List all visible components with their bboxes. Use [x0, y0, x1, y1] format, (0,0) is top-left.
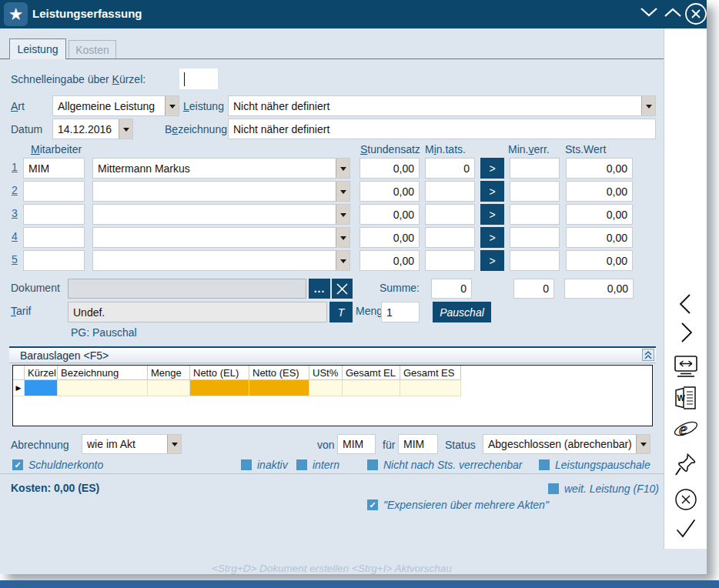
mitarbeiter-select-2[interactable]: [92, 181, 350, 202]
sts-wert-input-2[interactable]: 0,00: [566, 181, 633, 202]
min-tats-input-1[interactable]: 0: [425, 158, 475, 179]
min-tats-input-4[interactable]: [425, 227, 475, 248]
menge-input[interactable]: 1: [381, 302, 420, 322]
close-button[interactable]: [684, 2, 707, 29]
mitarbeiter-select-1[interactable]: Mittermann Markus: [92, 158, 350, 179]
forward-button[interactable]: [676, 321, 696, 347]
kuerzel-input-3[interactable]: [23, 204, 85, 225]
min-verr-input-1[interactable]: [510, 158, 560, 179]
dokument-clear-button[interactable]: [332, 279, 353, 299]
barauslagen-collapse-button[interactable]: [642, 349, 654, 361]
row-number-link[interactable]: 3: [12, 207, 18, 219]
chevron-down-icon[interactable]: [336, 205, 349, 224]
cell-ust[interactable]: [309, 380, 343, 396]
checkbox-nicht-nach-sts[interactable]: Nicht nach Sts. verrechenbar: [367, 459, 523, 471]
stundensatz-input-3[interactable]: 0,00: [360, 204, 420, 225]
pin-button[interactable]: [674, 451, 698, 482]
sts-wert-input-1[interactable]: 0,00: [566, 158, 633, 179]
checkbox-inaktiv[interactable]: inaktiv: [241, 459, 288, 471]
cell-netto-es[interactable]: [249, 380, 309, 396]
checkbox-intern[interactable]: intern: [296, 459, 339, 471]
col-gesamt-es: Gesamt ES: [400, 366, 461, 380]
cell-netto-el[interactable]: [190, 380, 249, 396]
kuerzel-input-1[interactable]: MIM: [23, 158, 85, 179]
min-verr-input-5[interactable]: [510, 250, 560, 271]
min-tats-input-3[interactable]: [425, 204, 475, 225]
row-number-link[interactable]: 5: [12, 253, 18, 266]
kuerzel-input-5[interactable]: [23, 250, 85, 271]
mitarbeiter-select-5[interactable]: [92, 250, 350, 271]
barauslagen-header[interactable]: Barauslagen <F5>: [9, 346, 656, 363]
checkbox-leistungspauschale[interactable]: Leistungspauschale: [539, 459, 650, 471]
chevron-down-icon[interactable]: [336, 159, 349, 178]
transfer-button-4[interactable]: >: [480, 227, 504, 248]
abrechnung-select[interactable]: wie im Akt: [82, 434, 182, 454]
row-number-link[interactable]: 1: [12, 161, 18, 173]
transfer-button-3[interactable]: >: [480, 204, 504, 225]
checkbox-unchecked-icon: [539, 459, 550, 470]
stundensatz-input-2[interactable]: 0,00: [360, 181, 420, 202]
min-verr-input-2[interactable]: [510, 181, 560, 202]
internet-button[interactable]: e: [672, 415, 700, 446]
cell-gesamt-es[interactable]: [400, 380, 461, 396]
word-document-button[interactable]: W: [674, 385, 698, 414]
cell-menge[interactable]: [148, 380, 190, 396]
quick-entry-label: Schnelleingabe über Kürzel:: [11, 73, 145, 85]
sts-wert-input-5[interactable]: 0,00: [566, 250, 633, 271]
tab-leistung[interactable]: Leistung: [9, 38, 66, 59]
sts-wert-input-4[interactable]: 0,00: [566, 227, 633, 248]
checkbox-schuldnerkonto[interactable]: ✓ Schuldnerkonto: [12, 459, 103, 471]
transfer-button-5[interactable]: >: [480, 250, 504, 271]
leistung-select[interactable]: Nicht näher definiert: [228, 95, 656, 116]
cancel-button[interactable]: [674, 487, 698, 515]
quick-entry-input[interactable]: [179, 68, 218, 89]
checkbox-expensieren[interactable]: ✓ "Expensieren über mehrere Akten": [367, 499, 549, 511]
status-select[interactable]: Abgeschlossen (abrechenbar): [483, 434, 650, 454]
bezeichnung-input[interactable]: Nicht näher definiert: [228, 119, 656, 139]
von-input[interactable]: MIM: [337, 434, 376, 454]
min-tats-input-2[interactable]: [425, 181, 475, 202]
confirm-button[interactable]: [673, 516, 699, 544]
cell-bezeichnung[interactable]: [58, 380, 148, 396]
chevron-down-icon[interactable]: [336, 182, 349, 201]
fuer-input[interactable]: MIM: [398, 434, 438, 454]
barauslagen-table[interactable]: Kürzel Bezeichnung Menge Netto (EL) Nett…: [12, 365, 653, 426]
chevron-down-icon[interactable]: [336, 251, 349, 270]
chevron-down-icon[interactable]: [636, 435, 650, 453]
stundensatz-input-5[interactable]: 0,00: [360, 250, 420, 271]
titlebar[interactable]: ★ Leistungserfassung: [0, 0, 707, 28]
pauschal-button[interactable]: Pauschal: [433, 302, 491, 322]
min-verr-input-3[interactable]: [510, 204, 560, 225]
datum-select[interactable]: 14.12.2016: [52, 119, 133, 139]
min-tats-input-5[interactable]: [425, 250, 475, 271]
chevron-down-icon[interactable]: [641, 96, 655, 115]
dokument-browse-button[interactable]: ...: [309, 279, 330, 299]
row-number-link[interactable]: 2: [12, 184, 18, 196]
stundensatz-input-4[interactable]: 0,00: [360, 227, 420, 248]
tab-kosten[interactable]: Kosten: [69, 40, 116, 59]
display-button[interactable]: [672, 355, 700, 382]
barauslagen-row[interactable]: ▶: [13, 380, 652, 396]
cell-kuerzel-selected[interactable]: [25, 380, 58, 396]
minimize-button[interactable]: [639, 6, 659, 22]
tarif-t-button[interactable]: T: [329, 302, 353, 322]
chevron-down-icon[interactable]: [336, 228, 349, 247]
stundensatz-input-1[interactable]: 0,00: [360, 158, 420, 179]
cell-gesamt-el[interactable]: [343, 380, 400, 396]
min-verr-input-4[interactable]: [510, 227, 560, 248]
sts-wert-input-3[interactable]: 0,00: [566, 204, 633, 225]
kuerzel-input-2[interactable]: [23, 181, 85, 202]
chevron-down-icon[interactable]: [165, 96, 179, 115]
checkbox-weit-leistung[interactable]: weit. Leistung (F10): [548, 483, 659, 495]
transfer-button-1[interactable]: >: [480, 158, 504, 179]
transfer-button-2[interactable]: >: [480, 181, 504, 202]
chevron-down-icon[interactable]: [119, 119, 132, 139]
maximize-button[interactable]: [663, 6, 683, 22]
mitarbeiter-select-3[interactable]: [92, 204, 350, 225]
chevron-down-icon[interactable]: [167, 435, 181, 453]
art-select[interactable]: Allgemeine Leistung: [52, 95, 179, 116]
kuerzel-input-4[interactable]: [23, 227, 85, 248]
back-button[interactable]: [676, 292, 696, 319]
row-number-link[interactable]: 4: [12, 230, 18, 242]
mitarbeiter-select-4[interactable]: [92, 227, 350, 248]
